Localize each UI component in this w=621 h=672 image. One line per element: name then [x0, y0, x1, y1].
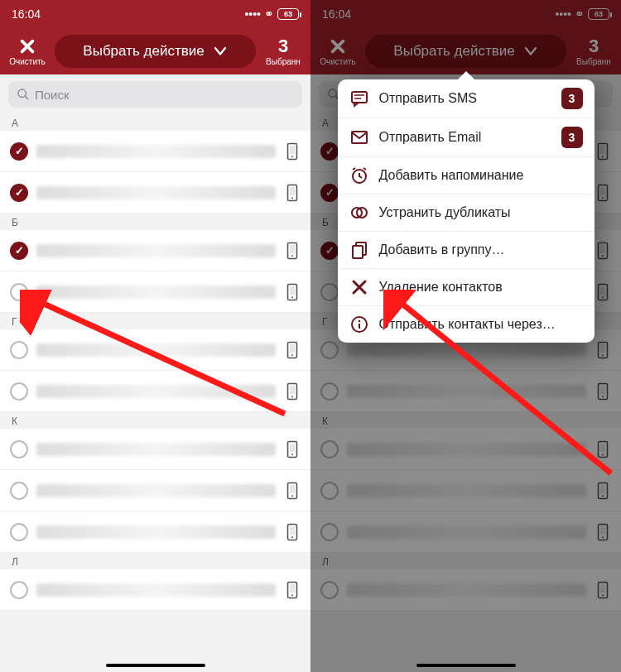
contact-row[interactable]: [310, 511, 621, 553]
selected-count[interactable]: 3 Выбранн: [571, 37, 616, 66]
svg-point-15: [291, 354, 293, 356]
status-time: 16:04: [322, 7, 351, 21]
contact-row[interactable]: [0, 271, 310, 313]
clear-button[interactable]: Очистить: [5, 37, 50, 66]
svg-point-18: [291, 396, 293, 397]
contact-name-blurred: [36, 343, 276, 357]
home-indicator[interactable]: [416, 664, 516, 667]
svg-point-59: [602, 536, 604, 538]
contact-row[interactable]: [310, 429, 621, 470]
checkbox[interactable]: [10, 341, 28, 359]
clear-button[interactable]: Очистить: [315, 37, 360, 66]
popup-item-group[interactable]: Добавить в группу…: [338, 232, 595, 269]
svg-rect-55: [600, 484, 605, 492]
checkbox[interactable]: [320, 184, 339, 202]
checkbox[interactable]: [320, 581, 339, 599]
contact-row[interactable]: [310, 371, 621, 412]
dup-icon: [349, 203, 369, 223]
phone-icon: [284, 242, 301, 260]
select-action-button[interactable]: Выбрать действие: [55, 35, 256, 68]
phone-icon: [595, 382, 611, 401]
contact-list[interactable]: АБГКЛ: [0, 114, 310, 611]
popup-item-dup[interactable]: Устранить дубликаты: [338, 194, 595, 232]
contact-row[interactable]: [0, 230, 310, 271]
checkbox[interactable]: [10, 482, 28, 500]
chevron-down-icon: [213, 43, 228, 58]
checkbox[interactable]: [10, 382, 28, 401]
svg-rect-49: [600, 385, 605, 393]
checkbox[interactable]: [10, 283, 28, 301]
selected-label: Выбранн: [266, 57, 301, 66]
contact-row[interactable]: [0, 172, 310, 214]
contact-row[interactable]: [310, 470, 621, 511]
action-label: Выбрать действие: [393, 43, 514, 60]
popup-item-alarm[interactable]: Добавить напоминание: [338, 157, 595, 194]
select-action-button[interactable]: Выбрать действие: [365, 35, 566, 68]
info-icon: [349, 314, 369, 334]
close-icon: [18, 37, 36, 55]
popup-badge: 3: [561, 88, 583, 109]
contact-row[interactable]: [0, 371, 310, 412]
popup-item-info[interactable]: Отправить контакты через…: [338, 306, 595, 343]
svg-point-0: [18, 89, 26, 97]
svg-rect-11: [290, 286, 295, 294]
checkbox[interactable]: [10, 242, 28, 260]
popup-label: Отправить SMS: [379, 91, 551, 106]
close-icon: [329, 37, 347, 55]
search-input[interactable]: Поиск: [8, 81, 302, 108]
contact-row[interactable]: [0, 470, 310, 511]
svg-rect-29: [290, 583, 295, 592]
home-indicator[interactable]: [106, 664, 205, 667]
contact-row[interactable]: [0, 131, 310, 172]
svg-rect-58: [600, 526, 605, 534]
svg-rect-20: [290, 443, 295, 451]
contact-name-blurred: [36, 583, 276, 597]
phone-icon: [595, 581, 611, 599]
contact-name-blurred: [347, 484, 586, 497]
checkbox[interactable]: [320, 523, 339, 541]
checkbox[interactable]: [320, 283, 339, 301]
checkbox[interactable]: [10, 184, 28, 202]
popup-item-email[interactable]: Отправить Email3: [338, 118, 595, 157]
phone-icon: [595, 440, 611, 458]
svg-rect-37: [600, 186, 605, 194]
search-icon: [17, 88, 30, 101]
contact-row[interactable]: [0, 511, 310, 553]
phone-icon: [284, 341, 301, 359]
svg-point-56: [602, 495, 604, 497]
checkbox[interactable]: [320, 341, 339, 359]
checkbox[interactable]: [320, 482, 339, 500]
checkbox[interactable]: [10, 523, 28, 541]
svg-rect-40: [600, 244, 605, 252]
phone-icon: [284, 440, 301, 458]
contact-name-blurred: [36, 286, 276, 299]
checkbox[interactable]: [10, 440, 28, 458]
popup-item-sms[interactable]: Отправить SMS3: [338, 79, 595, 118]
sms-icon: [349, 89, 369, 108]
contact-row[interactable]: [310, 569, 621, 611]
checkbox[interactable]: [320, 142, 339, 161]
svg-rect-8: [290, 244, 295, 252]
svg-point-71: [358, 320, 360, 323]
svg-point-6: [291, 197, 293, 199]
contact-row[interactable]: [0, 329, 310, 371]
checkbox[interactable]: [10, 142, 28, 161]
checkbox[interactable]: [10, 581, 28, 599]
svg-point-38: [602, 197, 604, 199]
contact-name-blurred: [36, 484, 276, 497]
section-header: Б: [0, 214, 310, 230]
status-right: •••• ⚭ 63: [244, 7, 299, 21]
contact-name-blurred: [347, 583, 586, 597]
contact-row[interactable]: [0, 429, 310, 470]
checkbox[interactable]: [320, 242, 339, 260]
toolbar: Очистить Выбрать действие 3 Выбранн: [0, 28, 310, 74]
checkbox[interactable]: [320, 440, 339, 458]
contact-row[interactable]: [0, 569, 310, 611]
popup-label: Устранить дубликаты: [379, 205, 583, 220]
contact-name-blurred: [36, 526, 276, 539]
phone-icon: [595, 283, 611, 301]
contact-name-blurred: [36, 186, 276, 199]
selected-count[interactable]: 3 Выбранн: [261, 37, 306, 66]
popup-item-delete[interactable]: Удаление контактов: [338, 269, 595, 306]
checkbox[interactable]: [320, 382, 339, 401]
